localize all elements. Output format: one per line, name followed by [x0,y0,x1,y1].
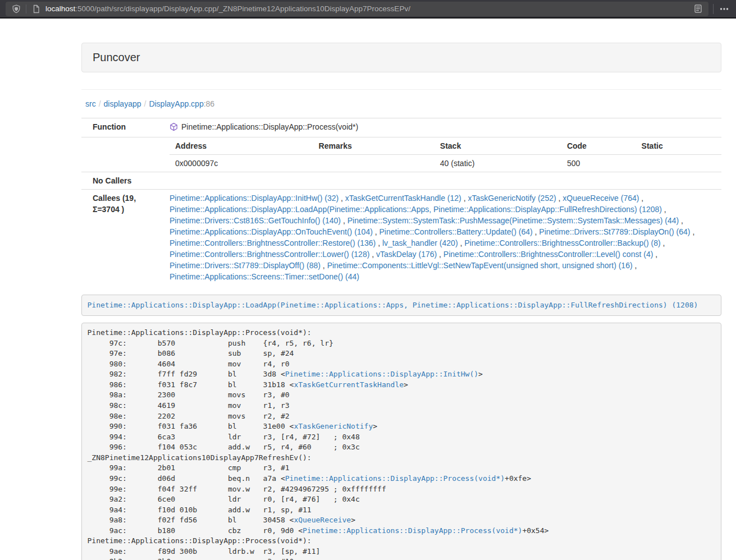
no-callers-label: No Callers [81,172,168,190]
no-callers-row: No Callers [81,172,721,190]
toolbar-divider [713,4,714,14]
asm-symbol-link[interactable]: xTaskGetCurrentTaskHandle [294,380,404,389]
asm-line: 99c: d06d beq.n a7a <Pinetime::Applicati… [88,474,716,484]
asm-line: 996: f104 053c add.w r5, r4, #60 ; 0x3c [88,442,716,453]
loadapp-symbol-link[interactable]: Pinetime::Applications::DisplayApp::Load… [88,301,698,309]
asm-line: 9ae: f89d 300b ldrb.w r3, [sp, #11] [88,547,716,557]
address-value: 0x0000097c [170,155,313,172]
disassembly-box: Pinetime::Applications::DisplayApp::Proc… [81,323,721,560]
callee-link[interactable]: Pinetime::Controllers::Battery::Update()… [380,227,533,236]
stack-value: 40 (static) [435,155,561,172]
stats-value-row: 0x0000097c 40 (static) 500 [170,155,721,172]
asm-symbol-link[interactable]: xQueueReceive [294,516,351,524]
callee-link[interactable]: Pinetime::Controllers::BrightnessControl… [170,238,376,247]
function-label: Function [81,118,168,137]
callee-link[interactable]: Pinetime::Drivers::Cst816S::GetTouchInfo… [170,216,341,225]
asm-symbol-link[interactable]: xTaskGenericNotify [294,422,373,430]
static-value [636,155,721,172]
callee-link[interactable]: xQueueReceive (764) [563,194,639,203]
urlbar-divider [26,4,26,13]
page-container: Puncover src/displayapp/DisplayApp.cpp:8… [81,43,721,560]
column-remarks: Remarks [313,137,435,155]
asm-line: 9b2: 2b0a cmp r3, #10 [88,557,716,560]
asm-line: 97c: b570 push {r4, r5, r6, lr} [88,338,716,349]
asm-line: 990: f031 fa36 bl 31e00 <xTaskGenericNot… [88,421,716,432]
asm-symbol-link[interactable]: Pinetime::Applications::DisplayApp::Init… [285,370,478,378]
column-code: Code [561,137,636,155]
browser-toolbar: localhost:5000/path/src/displayapp/Displ… [0,0,736,19]
callee-link[interactable]: Pinetime::Applications::DisplayApp::Load… [170,205,662,214]
asm-line: 994: 6ca3 ldr r3, [r4, #72] ; 0x48 [88,432,716,443]
function-row: Function Pinetime::Applications::Display… [81,118,721,137]
callees-label: Callees (19, Σ=3704 ) [81,190,168,286]
remarks-value [313,155,435,172]
breadcrumb-separator: / [141,99,149,108]
page-info-icon[interactable] [30,3,42,15]
asm-line: 98c: 4619 mov r1, r3 [88,401,716,411]
asm-line: 9a8: f02f fd56 bl 30458 <xQueueReceive> [88,515,716,526]
asm-line: 982: f7ff fd29 bl 3d8 <Pinetime::Applica… [88,369,716,380]
stats-table: Address Remarks Stack Code Static 0x0000… [170,137,721,172]
function-name-cell: Pinetime::Applications::DisplayApp::Proc… [168,118,721,137]
asm-line: 99e: f04f 32ff mov.w r2, #4294967295 ; 0… [88,484,716,495]
asm-line: Pinetime::Applications::DisplayApp::Proc… [88,328,716,338]
callee-link[interactable]: Pinetime::Controllers::BrightnessControl… [444,250,653,259]
function-stats-row: Address Remarks Stack Code Static 0x0000… [81,137,721,172]
reader-mode-icon[interactable] [692,3,704,15]
callee-link[interactable]: Pinetime::Controllers::BrightnessControl… [170,250,369,259]
code-value: 500 [561,155,636,172]
app-title-panel: Puncover [81,43,721,72]
stats-table-cell: Address Remarks Stack Code Static 0x0000… [168,137,721,172]
asm-symbol-link[interactable]: Pinetime::Applications::DisplayApp::Proc… [285,474,505,483]
callee-link[interactable]: vTaskDelay (176) [376,250,437,259]
no-callers-cell [168,172,721,190]
callee-link[interactable]: Pinetime::Controllers::BrightnessControl… [464,238,660,247]
callee-link[interactable]: xTaskGetCurrentTaskHandle (12) [345,194,461,203]
asm-line: 98e: 2202 movs r2, #2 [88,411,716,422]
asm-line: _ZN8Pinetime12Applications10DisplayApp7R… [88,453,716,463]
callees-row: Callees (19, Σ=3704 ) Pinetime::Applicat… [81,190,721,286]
breadcrumb-separator: / [96,99,104,108]
callees-list: Pinetime::Applications::DisplayApp::Init… [168,190,721,286]
breadcrumb-displayapp[interactable]: displayapp [104,99,141,108]
asm-line: 9ac: b180 cbz r0, 9d0 <Pinetime::Applica… [88,526,716,536]
url-path: :5000/path/src/displayapp/DisplayApp.cpp… [75,4,410,13]
highlighted-symbol-box: Pinetime::Applications::DisplayApp::Load… [81,295,721,316]
breadcrumb: src/displayapp/DisplayApp.cpp:86 [81,98,721,109]
callee-link[interactable]: Pinetime::Drivers::St7789::DisplayOff() … [170,261,321,270]
empty-label-cell [81,137,168,172]
column-address: Address [170,137,313,155]
breadcrumb-src[interactable]: src [85,99,96,108]
url-text[interactable]: localhost:5000/path/src/displayapp/Displ… [45,4,692,13]
asm-line: Pinetime::Applications::DisplayApp::Proc… [88,536,716,547]
breadcrumb-file[interactable]: DisplayApp.cpp [149,99,203,108]
asm-line: 98a: 2300 movs r3, #0 [88,390,716,401]
page-title: Puncover [93,51,140,63]
url-host: localhost [45,4,75,13]
shield-icon[interactable] [10,3,22,15]
function-name: Pinetime::Applications::DisplayApp::Proc… [181,122,358,131]
column-stack: Stack [435,137,561,155]
package-icon [170,122,178,134]
divider [81,89,721,90]
asm-line: 9a2: 6ce0 ldr r0, [r4, #76] ; 0x4c [88,494,716,505]
overflow-menu-icon[interactable] [718,3,730,15]
column-static: Static [636,137,721,155]
asm-line: 99a: 2b01 cmp r3, #1 [88,463,716,474]
callee-link[interactable]: Pinetime::System::SystemTask::PushMessag… [348,216,679,225]
asm-line: 97e: b086 sub sp, #24 [88,348,716,359]
callee-link[interactable]: Pinetime::Drivers::St7789::DisplayOn() (… [539,227,690,236]
callee-link[interactable]: lv_task_handler (420) [382,238,458,247]
stats-header-row: Address Remarks Stack Code Static [170,137,721,155]
callee-link[interactable]: Pinetime::Applications::Screens::Timer::… [170,272,359,281]
function-detail-table: Function Pinetime::Applications::Display… [81,118,721,285]
url-bar[interactable]: localhost:5000/path/src/displayapp/Displ… [6,2,708,16]
asm-line: 986: f031 f8c7 bl 31b18 <xTaskGetCurrent… [88,380,716,391]
callee-link[interactable]: xTaskGenericNotify (252) [468,194,556,203]
asm-line: 980: 4604 mov r4, r0 [88,359,716,370]
callee-link[interactable]: Pinetime::Components::LittleVgl::SetNewT… [327,261,633,270]
callee-link[interactable]: Pinetime::Applications::DisplayApp::Init… [170,194,339,203]
asm-symbol-link[interactable]: Pinetime::Applications::DisplayApp::Proc… [303,526,522,535]
breadcrumb-line-number: :86 [204,99,214,108]
callee-link[interactable]: Pinetime::Applications::DisplayApp::OnTo… [170,227,373,236]
